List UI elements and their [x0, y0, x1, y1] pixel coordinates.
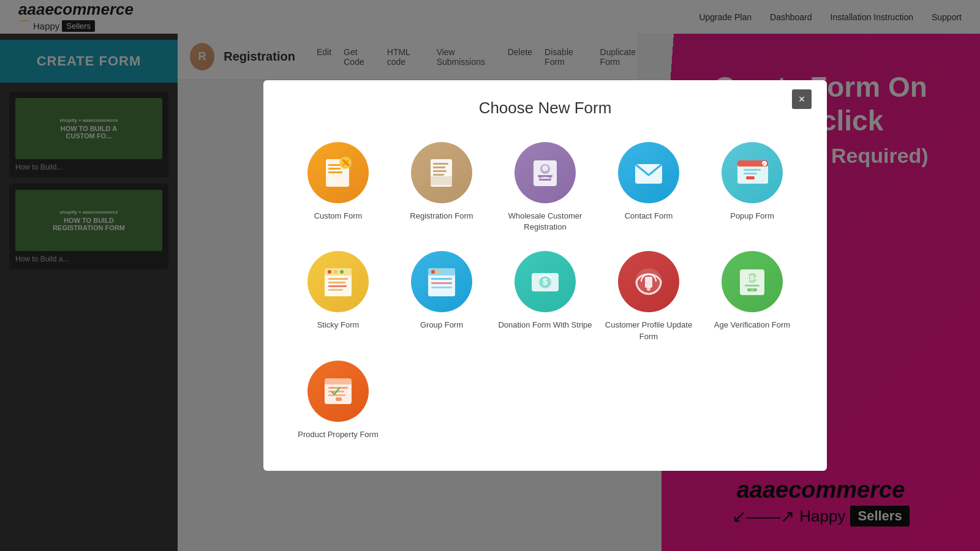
- svg-text:✓: ✓: [761, 162, 765, 167]
- donation-form-label: Donation Form With Stripe: [498, 320, 592, 331]
- svg-rect-13: [431, 176, 452, 185]
- age-verification-icon: 18+ +: [722, 251, 783, 312]
- modal-title: Choose New Form: [479, 99, 612, 118]
- svg-rect-3: [328, 171, 342, 173]
- svg-rect-10: [433, 167, 445, 168]
- svg-rect-32: [328, 278, 348, 280]
- svg-rect-41: [431, 282, 452, 284]
- form-item-group[interactable]: Group Form: [391, 245, 492, 348]
- custom-form-label: Custom Form: [314, 211, 363, 222]
- svg-text:+: +: [750, 287, 753, 291]
- form-item-product-property[interactable]: Product Property Form: [288, 354, 388, 446]
- customer-profile-label: Customer Profile Update Form: [601, 320, 696, 342]
- svg-rect-24: [744, 169, 761, 171]
- svg-point-18: [542, 165, 548, 171]
- registration-form-label: Registration Form: [410, 211, 473, 222]
- svg-rect-17: [539, 179, 551, 181]
- sticky-form-icon: [307, 251, 369, 312]
- svg-rect-59: [328, 394, 345, 396]
- group-form-icon: [411, 251, 472, 312]
- form-item-contact[interactable]: Contact Form: [598, 136, 699, 239]
- svg-rect-26: [746, 176, 755, 179]
- svg-point-29: [328, 270, 331, 274]
- svg-rect-25: [744, 173, 757, 174]
- form-item-registration[interactable]: Registration Form: [391, 136, 492, 239]
- donation-form-icon: $: [514, 251, 576, 312]
- form-item-age-verification[interactable]: 18+ + Age Verification Form: [702, 245, 802, 348]
- svg-rect-33: [328, 282, 345, 283]
- svg-rect-40: [431, 278, 452, 280]
- svg-point-31: [340, 270, 344, 274]
- choose-form-modal: Choose New Form × Custom Form: [263, 80, 827, 471]
- svg-rect-12: [433, 174, 444, 176]
- svg-rect-9: [433, 163, 448, 165]
- form-item-wholesale[interactable]: Wholesale Customer Registration: [495, 136, 595, 239]
- form-item-popup[interactable]: ✓ Popup Form: [702, 136, 802, 239]
- popup-form-label: Popup Form: [730, 211, 774, 222]
- wholesale-form-label: Wholesale Customer Registration: [498, 211, 592, 233]
- form-item-donation[interactable]: $ Donation Form With Stripe: [495, 245, 595, 348]
- form-item-sticky[interactable]: Sticky Form: [288, 245, 388, 348]
- svg-text:$: $: [543, 277, 548, 287]
- customer-profile-icon: [618, 251, 679, 312]
- svg-rect-42: [431, 287, 452, 288]
- svg-rect-34: [328, 285, 347, 287]
- product-property-label: Product Property Form: [298, 429, 379, 440]
- svg-point-38: [431, 270, 435, 274]
- svg-rect-52: [745, 285, 760, 287]
- form-items-grid: Custom Form Registration Form: [288, 136, 802, 446]
- group-form-label: Group Form: [420, 320, 463, 331]
- registration-form-icon: [411, 142, 472, 203]
- form-item-customer-profile[interactable]: Customer Profile Update Form: [598, 245, 699, 348]
- svg-text:18+: 18+: [746, 274, 758, 282]
- svg-rect-47: [645, 277, 652, 288]
- svg-point-48: [647, 287, 650, 291]
- form-item-custom[interactable]: Custom Form: [288, 136, 388, 239]
- wholesale-form-icon: [514, 142, 576, 203]
- svg-point-30: [334, 270, 337, 274]
- modal-close-button[interactable]: ×: [792, 89, 812, 109]
- svg-rect-56: [325, 378, 352, 384]
- svg-point-39: [436, 270, 440, 274]
- svg-rect-11: [433, 170, 447, 172]
- svg-rect-2: [328, 168, 341, 170]
- popup-form-icon: ✓: [722, 142, 783, 203]
- product-property-icon: [307, 361, 369, 422]
- custom-form-icon: [307, 142, 369, 203]
- contact-form-label: Contact Form: [625, 211, 673, 222]
- svg-rect-60: [336, 397, 342, 401]
- age-verification-label: Age Verification Form: [714, 320, 790, 331]
- svg-rect-35: [328, 289, 343, 291]
- modal-header: Choose New Form ×: [288, 99, 802, 118]
- sticky-form-label: Sticky Form: [317, 320, 360, 331]
- contact-form-icon: [618, 142, 679, 203]
